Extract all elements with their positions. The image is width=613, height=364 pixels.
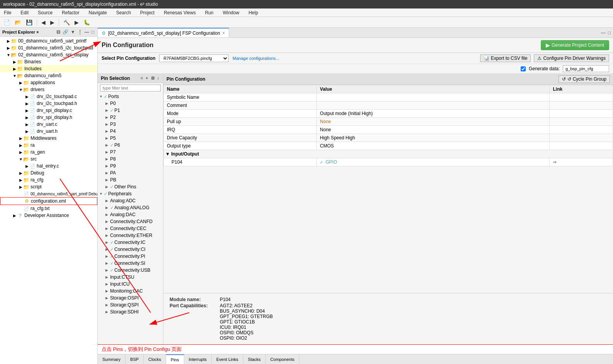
pin-input-ctsu[interactable]: ▶ Input:CTSU bbox=[98, 274, 163, 281]
tree-item-hal-entry[interactable]: ▶ 📄 hal_entry.c bbox=[0, 163, 97, 169]
menu-source[interactable]: Source bbox=[36, 9, 55, 16]
tree-item-uart-printf[interactable]: ▶ 📁 00_dshanmcu_ra6m5_uart_printf bbox=[0, 37, 97, 44]
tree-item-drv-i2c-c[interactable]: ▶ 📄 drv_i2c_touchpad.c bbox=[0, 93, 97, 100]
minimize-panel-btn[interactable]: — bbox=[84, 29, 90, 35]
toolbar-back[interactable]: ◀ bbox=[39, 18, 48, 27]
manage-configs-link[interactable]: Manage configurations... bbox=[233, 56, 279, 61]
tree-item-config-xml[interactable]: ⚙ configuration.xml bbox=[0, 197, 97, 205]
pin-conn-pi[interactable]: ▶ ✓ Connectivity:PI bbox=[98, 253, 163, 260]
tree-item-drv-spi-c[interactable]: ▶ 📄 drv_spi_display.c bbox=[0, 107, 97, 114]
toolbar-forward[interactable]: ▶ bbox=[48, 18, 56, 27]
tab-clocks[interactable]: Clocks bbox=[144, 354, 166, 364]
menu-help[interactable]: Help bbox=[246, 9, 260, 16]
menu-run[interactable]: Run bbox=[203, 9, 216, 16]
pin-other-pins[interactable]: ▶ ✓ Other Pins bbox=[98, 183, 163, 190]
tree-item-dshanmcu[interactable]: ▼ 📂 dshanmcu_ra6m5 bbox=[0, 72, 97, 79]
pin-conn-ic[interactable]: ▶ ✓ Connectivity:IC bbox=[98, 239, 163, 246]
tree-item-ra-cfg[interactable]: ▶ 📁 ra_cfg bbox=[0, 176, 97, 183]
tab-summary[interactable]: Summary bbox=[98, 354, 126, 364]
tab-stacks[interactable]: Stacks bbox=[243, 354, 266, 364]
list-view-btn[interactable]: ≡ bbox=[140, 75, 144, 81]
tree-item-debug[interactable]: ▶ 📁 Debug bbox=[0, 169, 97, 176]
tree-item-drv-uart-h[interactable]: ▶ 📄 drv_uart.h bbox=[0, 128, 97, 135]
tree-item-spi-display[interactable]: ▼ 📂 02_dshanmcu_ra6m5_spi_display bbox=[0, 51, 97, 58]
pin-ports-group[interactable]: ▼ ✓ Ports bbox=[98, 93, 163, 100]
tree-item-drv-uart-c[interactable]: ▶ 📄 drv_uart.c bbox=[0, 121, 97, 128]
menu-edit[interactable]: Edit bbox=[18, 9, 31, 16]
tree-item-i2c-touchpad[interactable]: ▶ 📁 01_dshanmcu_ra6m5_i2c_touchpad bbox=[0, 44, 97, 51]
tab-interrupts[interactable]: Interrupts bbox=[184, 354, 212, 364]
pin-p5[interactable]: ▶ P5 bbox=[98, 135, 163, 142]
pin-conn-si[interactable]: ▶ ✓ Connectivity:SI bbox=[98, 260, 163, 267]
pin-pb[interactable]: ▶ PB bbox=[98, 176, 163, 183]
pin-input-icu[interactable]: ▶ Input:ICU bbox=[98, 281, 163, 288]
pin-p9[interactable]: ▶ P9 bbox=[98, 163, 163, 169]
toolbar-save[interactable]: 💾 bbox=[24, 18, 34, 27]
generate-project-btn[interactable]: ▶ Generate Project Content bbox=[541, 40, 609, 50]
pin-storage-ospi[interactable]: ▶ Storage:OSPI bbox=[98, 295, 163, 301]
tree-item-drv-i2c-h[interactable]: ▶ 📄 drv_i2c_touchpad.h bbox=[0, 100, 97, 107]
view-menu-btn[interactable]: ⋮ bbox=[77, 29, 83, 35]
pin-filter-input[interactable] bbox=[100, 85, 161, 91]
generate-data-input[interactable] bbox=[563, 65, 609, 72]
tree-item-binaries[interactable]: ▶ 📁 Binaries bbox=[0, 58, 97, 65]
pin-p0[interactable]: ▶ P0 bbox=[98, 100, 163, 107]
menu-file[interactable]: File bbox=[2, 9, 14, 16]
pin-conn-ether[interactable]: ▶ Connectivity:ETHER bbox=[98, 232, 163, 239]
menu-refactor[interactable]: Refactor bbox=[59, 9, 82, 16]
menu-renesas[interactable]: Renesas Views bbox=[161, 9, 198, 16]
maximize-editor-icon[interactable]: □ bbox=[608, 30, 611, 36]
pin-config-dropdown[interactable]: R7FA6M5BF2CBG.pincfg bbox=[159, 54, 229, 62]
generate-data-checkbox[interactable] bbox=[521, 66, 526, 71]
tab-pins[interactable]: Pins bbox=[166, 354, 184, 364]
menu-window[interactable]: Window bbox=[221, 9, 242, 16]
pin-p4[interactable]: ▶ P4 bbox=[98, 128, 163, 135]
toolbar-run[interactable]: ▶ bbox=[73, 18, 81, 27]
layout-btn[interactable]: ⊞ bbox=[150, 75, 155, 81]
pin-conn-ci[interactable]: ▶ ✓ Connectivity:CI bbox=[98, 246, 163, 253]
pin-p1[interactable]: ▶ ✓ P1 bbox=[98, 107, 163, 114]
add-btn[interactable]: + bbox=[145, 75, 149, 81]
tree-item-script[interactable]: ▶ 📁 script bbox=[0, 183, 97, 190]
filter-btn[interactable]: ▼ bbox=[70, 29, 76, 35]
tree-item-ra-gen[interactable]: ▶ 📁 ra_gen bbox=[0, 149, 97, 156]
pin-pa[interactable]: ▶ PA bbox=[98, 169, 163, 176]
tab-components[interactable]: Components bbox=[266, 354, 299, 364]
tree-item-ra-cfg-txt[interactable]: 📄 ra_cfg.txt bbox=[0, 205, 97, 212]
pin-analog-analog[interactable]: ▶ ✓ Analog:ANALOG bbox=[98, 204, 163, 211]
pin-peripherals-group[interactable]: ▼ ✓ Peripherals bbox=[98, 190, 163, 197]
link-editor-btn[interactable]: 🔗 bbox=[62, 29, 69, 35]
export-csv-btn[interactable]: 📊 Export to CSV file bbox=[480, 54, 531, 62]
menu-project[interactable]: Project bbox=[138, 9, 157, 16]
pin-p6[interactable]: ▶ ✓ P6 bbox=[98, 142, 163, 149]
collapse-all-btn[interactable]: ⊟ bbox=[56, 29, 61, 35]
tree-item-middlewares[interactable]: ▶ 📁 Middlewares bbox=[0, 135, 97, 142]
cycle-pin-group-btn[interactable]: ↺ ↺ Cycle Pin Group bbox=[559, 75, 610, 83]
pin-storage-sdhi[interactable]: ▶ Storage:SDHI bbox=[98, 308, 163, 315]
tree-item-developer[interactable]: ▶ ? Developer Assistance bbox=[0, 212, 97, 219]
pin-conn-canfd[interactable]: ▶ Connectivity:CANFD bbox=[98, 218, 163, 225]
tree-item-applications[interactable]: ▶ 📁 applications bbox=[0, 79, 97, 86]
minimize-editor-icon[interactable]: — bbox=[601, 30, 606, 36]
pin-p7[interactable]: ▶ P7 bbox=[98, 149, 163, 156]
pin-p3[interactable]: ▶ P3 bbox=[98, 121, 163, 128]
fsp-config-tab[interactable]: ⚙ [02_dshanmcu_ra6m5_spi_display] FSP Co… bbox=[98, 28, 229, 37]
tree-item-debug-launch[interactable]: 📄 00_dshanmcu_ra6m5_uart_printf Debug_F bbox=[0, 190, 97, 197]
toolbar-open[interactable]: 📂 bbox=[13, 18, 23, 27]
tree-item-includes[interactable]: ▶ 📁 Includes bbox=[0, 65, 97, 72]
pin-analog-dac[interactable]: ▶ Analog:DAC bbox=[98, 211, 163, 218]
tab-event-links[interactable]: Event Links bbox=[212, 354, 243, 364]
pin-storage-qspi[interactable]: ▶ Storage:QSPI bbox=[98, 301, 163, 308]
toolbar-debug[interactable]: 🐛 bbox=[82, 18, 92, 27]
sort-btn[interactable]: ↕ bbox=[156, 75, 160, 81]
toolbar-new[interactable]: 📄 bbox=[2, 18, 12, 27]
pin-p2[interactable]: ▶ P2 bbox=[98, 114, 163, 121]
menu-navigate[interactable]: Navigate bbox=[86, 9, 109, 16]
pin-conn-cec[interactable]: ▶ Connectivity:CEC bbox=[98, 225, 163, 232]
tree-item-src[interactable]: ▼ 📂 src bbox=[0, 156, 97, 163]
maximize-panel-btn[interactable]: □ bbox=[91, 29, 95, 35]
tree-item-ra[interactable]: ▶ 📁 ra bbox=[0, 142, 97, 149]
pin-conn-usb[interactable]: ▶ ✓ Connectivity:USB bbox=[98, 267, 163, 274]
toolbar-build[interactable]: 🔨 bbox=[61, 18, 72, 27]
menu-search[interactable]: Search bbox=[114, 9, 133, 16]
